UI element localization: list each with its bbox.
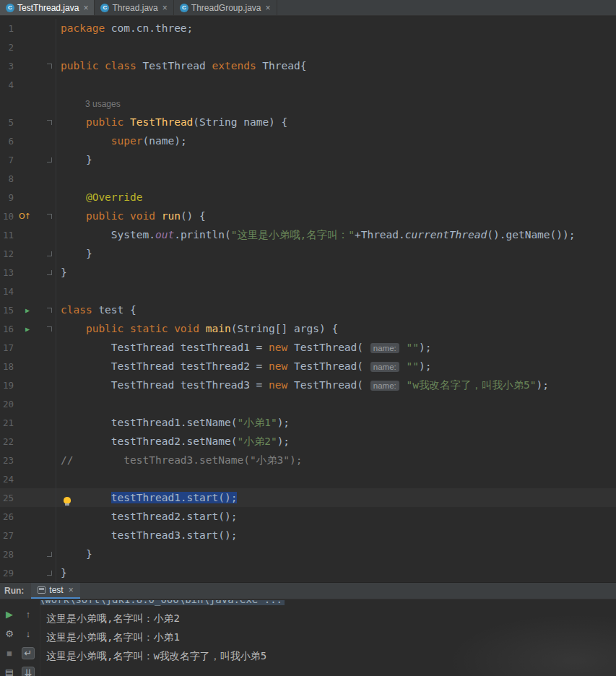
- fold-marker-icon[interactable]: [47, 120, 52, 125]
- fold-cell: [43, 263, 56, 282]
- code-token: }: [61, 567, 67, 578]
- wrench-settings-button[interactable]: ⚙: [5, 629, 14, 638]
- run-gutter-icon[interactable]: ▶: [25, 325, 30, 333]
- code-text: testThread1.setName("小弟1");: [56, 416, 616, 430]
- stop-button[interactable]: ■: [6, 649, 12, 658]
- line-number: 8: [0, 173, 14, 184]
- fold-cell: [43, 488, 56, 507]
- close-icon[interactable]: ×: [83, 4, 88, 12]
- code-token: new: [269, 379, 287, 391]
- line-number: 10: [0, 211, 14, 222]
- line-number: 4: [0, 79, 14, 90]
- code-token: super: [111, 135, 143, 147]
- code-token: (name);: [143, 135, 187, 147]
- code-token: );: [277, 417, 290, 428]
- code-token: TestThread(: [287, 379, 370, 391]
- fold-cell: [43, 225, 56, 244]
- run-gutter-icon[interactable]: ▶: [25, 306, 30, 314]
- code-text: System.out.println("这里是小弟哦,名字叫："+Thread.…: [56, 228, 616, 242]
- fold-cell: [43, 319, 56, 338]
- gutter-icon-cell: O↑: [14, 212, 43, 221]
- fold-marker-icon[interactable]: [47, 571, 52, 576]
- code-line: 12 }: [0, 244, 616, 263]
- code-token: "小弟2": [237, 436, 277, 447]
- code-token: }: [61, 266, 67, 278]
- run-console[interactable]: D:\work\soft\jdk1.8.0_066\bin\java.exe .…: [40, 600, 616, 676]
- rerun-button[interactable]: ▶: [6, 610, 13, 619]
- up-stack-button[interactable]: ↑: [26, 610, 31, 619]
- fold-cell: [43, 300, 56, 319]
- override-marker-icon[interactable]: O↑: [19, 212, 30, 221]
- code-token: System.: [61, 229, 155, 240]
- tab-Thread.java[interactable]: CThread.java×: [95, 0, 173, 15]
- code-token: TestThread(: [287, 342, 370, 353]
- code-token: [61, 210, 86, 222]
- run-tab-test[interactable]: test ×: [31, 583, 79, 599]
- code-text: class test {: [56, 304, 616, 316]
- fold-cell: [43, 188, 56, 207]
- java-class-icon: C: [180, 4, 188, 12]
- console-output-line: 这里是小弟哦,名字叫：w我改名字了，叫我小弟5: [46, 646, 616, 665]
- code-token: [61, 135, 111, 147]
- code-line: 5 public TestThread(String name) {: [0, 113, 616, 131]
- line-number: 25: [0, 493, 14, 503]
- close-icon[interactable]: ×: [69, 586, 74, 594]
- code-token: public class: [61, 60, 136, 72]
- java-class-icon: C: [100, 4, 109, 12]
- fold-marker-icon[interactable]: [47, 552, 52, 557]
- code-text: public void run() {: [56, 210, 616, 222]
- fold-cell: [43, 169, 56, 188]
- gutter-icon-cell: ▶: [14, 306, 43, 314]
- console-output-line: 这里是小弟哦,名字叫：小弟1: [46, 628, 616, 646]
- code-token: extends: [212, 60, 256, 72]
- line-number: 5: [0, 117, 14, 128]
- code-editor[interactable]: 1package com.cn.three;23public class Tes…: [0, 16, 616, 582]
- fold-cell: [43, 451, 56, 469]
- fold-marker-icon[interactable]: [47, 308, 52, 313]
- code-text: // testThread3.setName("小弟3");: [56, 454, 616, 467]
- editor-tab-bar: CTestThread.java×CThread.java×CThreadGro…: [0, 0, 616, 16]
- soft-wrap-toggle[interactable]: ↵: [22, 647, 35, 659]
- code-text: testThread3.start();: [56, 529, 616, 541]
- fold-marker-icon[interactable]: [47, 64, 52, 69]
- fold-marker-icon[interactable]: [47, 326, 52, 332]
- usages-hint[interactable]: 3 usages: [85, 99, 121, 109]
- close-icon[interactable]: ×: [162, 4, 168, 12]
- code-token: [61, 116, 86, 128]
- fold-marker-icon[interactable]: [47, 270, 52, 275]
- intention-bulb-icon[interactable]: [64, 497, 71, 503]
- code-token: main: [206, 323, 231, 334]
- fold-marker-icon[interactable]: [47, 214, 52, 219]
- line-number: 2: [0, 42, 14, 53]
- fold-cell: [43, 94, 56, 113]
- restore-layout-button[interactable]: ▤: [5, 668, 14, 676]
- run-tab-label: test: [49, 585, 63, 595]
- code-token: () {: [181, 210, 206, 222]
- code-token: "w我改名字了，叫我小弟5": [407, 379, 537, 391]
- code-text: @Override: [56, 191, 616, 203]
- fold-cell: [43, 113, 56, 131]
- tab-ThreadGroup.java[interactable]: CThreadGroup.java×: [174, 0, 277, 15]
- code-line: 13}: [0, 263, 616, 282]
- code-token: public static void: [86, 323, 199, 334]
- fold-marker-icon[interactable]: [47, 251, 52, 256]
- code-token: name:: [370, 362, 399, 372]
- code-line: 19 TestThread testThread3 = new TestThre…: [0, 376, 616, 394]
- fold-cell: [43, 131, 56, 150]
- code-token: "": [407, 360, 419, 372]
- code-token: @Override: [86, 191, 143, 203]
- line-number: 24: [0, 474, 14, 485]
- code-line: 11 System.out.println("这里是小弟哦,名字叫："+Thre…: [0, 225, 616, 244]
- scroll-to-end-toggle[interactable]: ⇊: [22, 667, 35, 676]
- tab-TestThread.java[interactable]: CTestThread.java×: [0, 0, 95, 15]
- close-icon[interactable]: ×: [266, 4, 271, 12]
- code-text: public class TestThread extends Thread{: [56, 60, 616, 72]
- code-text: 3 usages: [56, 98, 616, 109]
- fold-marker-icon[interactable]: [47, 157, 52, 162]
- down-stack-button[interactable]: ↓: [26, 629, 31, 638]
- code-token: public void: [86, 210, 155, 222]
- code-token: );: [419, 342, 431, 353]
- code-token: [61, 323, 86, 334]
- line-number: 7: [0, 155, 14, 165]
- fold-cell: [43, 413, 56, 432]
